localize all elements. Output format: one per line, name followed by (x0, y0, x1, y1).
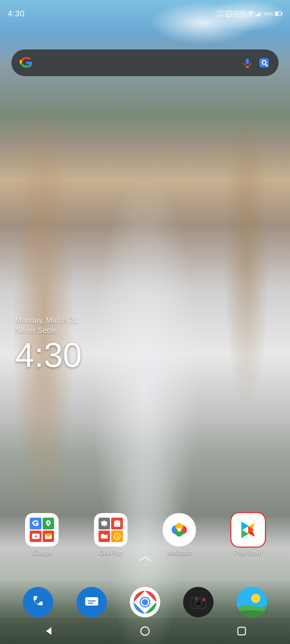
status-time: 4:30 (8, 9, 25, 19)
svg-rect-35 (195, 598, 198, 599)
battery-icon (275, 11, 282, 16)
svg-rect-9 (276, 13, 279, 15)
dock (0, 587, 290, 617)
nav-bar (0, 618, 290, 644)
status-bar: 4:30 0.02KB/s N VoLTE 49% (0, 0, 290, 23)
nfc-icon: N (225, 10, 232, 17)
svg-point-38 (251, 594, 260, 603)
search-bar[interactable] (11, 49, 279, 76)
app-item-oneplus[interactable]: OnePlus (94, 513, 127, 556)
status-right-icons: 0.02KB/s N VoLTE 49% (217, 10, 282, 18)
svg-text:N: N (228, 13, 230, 16)
data-speed: 0.02KB/s (217, 10, 224, 18)
app-grid: Google (0, 513, 290, 556)
assistant-app-label: Assistant (167, 550, 192, 556)
dock-phone[interactable] (23, 587, 53, 617)
volte-icon: VoLTE (234, 11, 246, 16)
app-item-assistant[interactable]: Assistant (163, 513, 196, 556)
dock-chrome[interactable] (130, 587, 160, 617)
app-item-google[interactable]: Google (25, 513, 59, 556)
nav-home-button[interactable] (137, 623, 153, 639)
svg-rect-41 (238, 627, 245, 635)
widget-subtitle: Never Settle (15, 326, 82, 335)
svg-point-29 (142, 599, 148, 605)
google-app-label: Google (32, 550, 52, 556)
battery-percentage: 49% (263, 11, 273, 17)
svg-rect-8 (282, 13, 283, 14)
svg-rect-5 (259, 13, 260, 16)
dock-messages[interactable] (76, 587, 107, 617)
nav-back-button[interactable] (41, 623, 56, 639)
svg-point-2 (250, 15, 251, 16)
playstore-app-label: Play Store (234, 550, 262, 556)
google-logo (19, 56, 33, 70)
oneplus-app-icon (94, 513, 127, 547)
svg-rect-4 (257, 14, 258, 16)
playstore-app-icon (231, 513, 265, 547)
oneplus-app-label: OnePlus (99, 550, 122, 556)
widget-time: 4:30 (15, 338, 82, 372)
dock-weather[interactable] (237, 587, 267, 617)
svg-point-34 (196, 601, 198, 603)
dock-camera[interactable] (183, 587, 214, 617)
svg-rect-10 (246, 59, 249, 64)
nav-recents-button[interactable] (234, 623, 249, 639)
voice-search-button[interactable] (241, 56, 254, 70)
swipe-up-indicator (137, 555, 153, 564)
google-app-icon (25, 513, 59, 547)
signal-icon (256, 11, 262, 16)
assistant-app-icon (163, 513, 196, 547)
widget-date: Monday, March 21 (15, 316, 82, 325)
datetime-widget: Monday, March 21 Never Settle 4:30 (15, 316, 82, 372)
svg-marker-39 (46, 627, 51, 635)
svg-point-23 (177, 528, 181, 532)
lens-search-button[interactable] (257, 56, 271, 70)
wifi-icon (247, 11, 254, 16)
svg-rect-3 (256, 15, 257, 16)
svg-point-36 (202, 599, 205, 601)
svg-rect-6 (260, 11, 261, 16)
app-item-playstore[interactable]: Play Store (231, 513, 265, 556)
svg-point-40 (141, 627, 149, 635)
